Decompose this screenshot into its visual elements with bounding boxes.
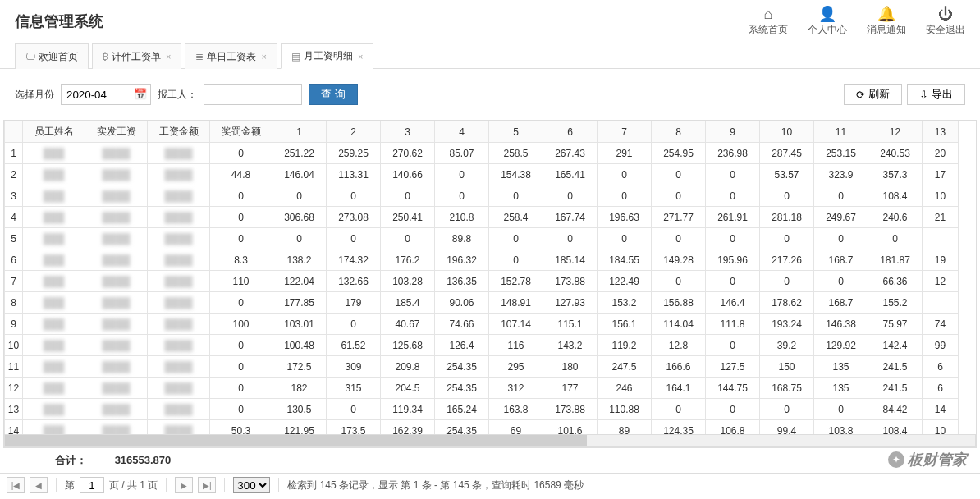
cell-day: 0 — [272, 185, 327, 207]
cell-name: ███ — [23, 335, 85, 356]
cell-day: 111.8 — [706, 314, 760, 335]
total-label: 合计： — [41, 453, 87, 468]
salary-table: 员工姓名 实发工资 工资金额 奖罚金额 1 2 3 4 5 6 7 8 9 10… — [4, 121, 959, 448]
watermark: ✦ 板财管家 — [888, 450, 967, 469]
cell-day: 140.66 — [381, 164, 435, 185]
cell-name: ███ — [23, 143, 85, 164]
cell-day: 306.68 — [272, 207, 327, 228]
calendar-icon[interactable]: 📅 — [134, 88, 147, 100]
scrollbar-thumb[interactable] — [5, 435, 587, 446]
table-row[interactable]: 6███████████8.3138.2174.32176.2196.32018… — [5, 250, 959, 271]
cell-day: 0 — [814, 271, 868, 292]
cell-amount: ████ — [148, 185, 210, 207]
page-next[interactable]: ▶ — [175, 477, 193, 493]
cell-amount: ████ — [148, 228, 210, 250]
close-icon[interactable]: × — [166, 52, 171, 62]
cell-day: 85.07 — [435, 143, 489, 164]
cell-day: 75.97 — [868, 314, 923, 335]
tab-label: 计件工资单 — [112, 50, 161, 64]
cell-day: 61.52 — [327, 335, 381, 356]
cell-day: 0 — [652, 228, 706, 250]
table-row[interactable]: 3███████████000000000000108.410 — [5, 185, 959, 207]
cell-day: 0 — [327, 314, 381, 335]
cell-day: 357.3 — [868, 164, 923, 185]
table-row[interactable]: 10███████████0100.4861.52125.68126.41161… — [5, 335, 959, 356]
cell-index: 6 — [5, 250, 23, 271]
export-button[interactable]: ⇩导出 — [907, 84, 965, 105]
cell-day: 0 — [814, 399, 868, 420]
page-number-input[interactable] — [80, 477, 104, 493]
search-button[interactable]: 查 询 — [309, 84, 358, 105]
nav-logout[interactable]: ⏻安全退出 — [926, 7, 965, 37]
page-last[interactable]: ▶| — [198, 477, 216, 493]
tab-label: 月工资明细 — [304, 49, 353, 63]
pager-summary: 检索到 145 条记录，显示 第 1 条 - 第 145 条，查询耗时 1658… — [287, 478, 584, 492]
cell-day: 204.5 — [381, 378, 435, 399]
cell-day: 0 — [381, 185, 435, 207]
cell-day: 295 — [489, 356, 543, 378]
cell-paid: ████ — [85, 292, 148, 314]
table-row[interactable]: 13███████████0130.50119.34165.24163.8173… — [5, 399, 959, 420]
cell-penalty: 0 — [210, 207, 272, 228]
pagination-bar: |◀ ◀ 第 页 / 共 1 页 ▶ ▶| 300 检索到 145 条记录，显示… — [0, 473, 980, 497]
page-size-select[interactable]: 300 — [233, 477, 270, 493]
data-table-wrapper: 员工姓名 实发工资 工资金额 奖罚金额 1 2 3 4 5 6 7 8 9 10… — [3, 120, 977, 448]
cell-day: 0 — [706, 335, 760, 356]
export-label: 导出 — [932, 87, 953, 102]
table-row[interactable]: 4███████████0306.68273.08250.41210.8258.… — [5, 207, 959, 228]
refresh-button[interactable]: ⟳刷新 — [844, 84, 902, 105]
cell-day: 0 — [706, 271, 760, 292]
cell-paid: ████ — [85, 207, 148, 228]
horizontal-scrollbar[interactable] — [4, 434, 976, 447]
cell-day: 185.14 — [543, 250, 598, 271]
close-icon[interactable]: × — [358, 52, 363, 62]
tab-daily-pay[interactable]: ≣单日工资表× — [185, 43, 277, 69]
cell-name: ███ — [23, 399, 85, 420]
nav-profile[interactable]: 👤个人中心 — [808, 7, 847, 37]
cell-penalty: 0 — [210, 292, 272, 314]
cell-index: 2 — [5, 164, 23, 185]
table-row[interactable]: 12███████████0182315204.5254.35312177246… — [5, 378, 959, 399]
tab-piece-pay[interactable]: ₿计件工资单× — [92, 43, 181, 69]
cell-penalty: 44.8 — [210, 164, 272, 185]
col-penalty: 奖罚金额 — [210, 121, 272, 143]
tab-welcome[interactable]: 🖵欢迎首页 — [15, 43, 89, 69]
cell-day: 0 — [327, 228, 381, 250]
cell-paid: ████ — [85, 185, 148, 207]
table-row[interactable]: 11███████████0172.5309209.8254.352951802… — [5, 356, 959, 378]
cell-amount: ████ — [148, 292, 210, 314]
cell-name: ███ — [23, 164, 85, 185]
tab-monthly-detail[interactable]: ▤月工资明细× — [281, 43, 373, 69]
close-icon[interactable]: × — [261, 52, 266, 62]
cell-day: 119.2 — [598, 335, 652, 356]
cell-day: 113.31 — [327, 164, 381, 185]
cell-day: 40.67 — [381, 314, 435, 335]
table-row[interactable]: 2███████████44.8146.04113.31140.660154.3… — [5, 164, 959, 185]
table-row[interactable]: 9███████████100103.01040.6774.66107.1411… — [5, 314, 959, 335]
table-row[interactable]: 7███████████110122.04132.66103.28136.351… — [5, 271, 959, 292]
cell-day: 0 — [327, 399, 381, 420]
cell-day: 135 — [814, 356, 868, 378]
cell-name: ███ — [23, 356, 85, 378]
cell-day: 119.34 — [381, 399, 435, 420]
table-row[interactable]: 8███████████0177.85179185.490.06148.9112… — [5, 292, 959, 314]
cell-day: 210.8 — [435, 207, 489, 228]
nav-notify-label: 消息通知 — [867, 23, 906, 37]
cell-day: 181.87 — [868, 250, 923, 271]
cell-day: 217.26 — [760, 250, 814, 271]
cell-day: 185.4 — [381, 292, 435, 314]
cell-day: 0 — [706, 399, 760, 420]
cell-day: 180 — [543, 356, 598, 378]
page-prev[interactable]: ◀ — [30, 477, 48, 493]
page-first[interactable]: |◀ — [7, 477, 25, 493]
table-row[interactable]: 5███████████000089.800000000 — [5, 228, 959, 250]
reporter-input[interactable] — [204, 84, 302, 105]
nav-home[interactable]: ⌂系统首页 — [749, 7, 788, 37]
col-day: 9 — [706, 121, 760, 143]
cell-day: 168.7 — [814, 292, 868, 314]
nav-notify[interactable]: 🔔消息通知 — [867, 7, 906, 37]
cell-day: 250.41 — [381, 207, 435, 228]
table-row[interactable]: 1███████████0251.22259.25270.6285.07258.… — [5, 143, 959, 164]
col-day: 3 — [381, 121, 435, 143]
cell-day: 127.5 — [706, 356, 760, 378]
